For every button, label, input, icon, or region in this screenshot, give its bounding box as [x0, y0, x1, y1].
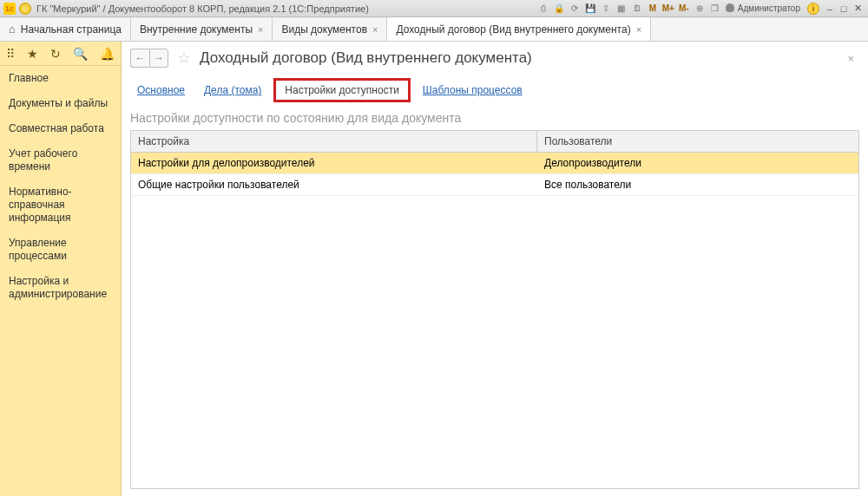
minimize-button[interactable]: –: [823, 3, 837, 14]
sidebar-toolbar: ⠿ ★ ↻ 🔍 🔔: [0, 42, 121, 66]
history-icon[interactable]: ↻: [50, 47, 61, 61]
cell-users: Все пользователи: [537, 174, 858, 195]
table-row[interactable]: Настройки для делопроизводителей Делопро…: [131, 153, 858, 174]
sidebar-item-reference[interactable]: Нормативно-справочная информация: [0, 179, 121, 231]
notifications-icon[interactable]: 🔔: [100, 47, 115, 61]
current-user-label[interactable]: Администратор: [726, 3, 800, 13]
sidebar-item-processes[interactable]: Управление процессами: [0, 231, 121, 269]
tab-close-icon[interactable]: ×: [636, 24, 641, 35]
tab-label: Доходный договор (Вид внутреннего докуме…: [396, 23, 630, 36]
tab-close-icon[interactable]: ×: [258, 24, 263, 35]
export-icon[interactable]: ⇪: [599, 3, 613, 15]
system-menu-icon[interactable]: [19, 3, 31, 15]
subtab-access-settings[interactable]: Настройки доступности: [273, 78, 410, 102]
maximize-button[interactable]: □: [837, 3, 851, 14]
cell-users: Делопроизводители: [537, 153, 858, 173]
table-header: Настройка Пользователи: [131, 131, 858, 153]
col-header-setting[interactable]: Настройка: [131, 131, 537, 152]
sidebar-item-documents[interactable]: Документы и файлы: [0, 91, 121, 116]
lock-icon[interactable]: 🔒: [552, 3, 566, 15]
table-row[interactable]: Общие настройки пользователей Все пользо…: [131, 174, 858, 196]
zoom-icon[interactable]: ⊕: [693, 3, 707, 15]
save-icon[interactable]: 💾: [583, 3, 597, 15]
col-header-users[interactable]: Пользователи: [537, 131, 858, 152]
calendar-icon[interactable]: 🗓: [630, 3, 644, 15]
sidebar-item-timesheet[interactable]: Учет рабочего времени: [0, 141, 121, 179]
settings-table: Настройка Пользователи Настройки для дел…: [130, 130, 859, 489]
main-content: ← → ☆ Доходный договор (Вид внутреннего …: [122, 42, 868, 496]
m-button[interactable]: M: [646, 3, 660, 15]
window-titlebar: 1c ГК "Меркурий" / Документооборот 8 КОР…: [0, 0, 868, 17]
section-title: Настройки доступности по состоянию для в…: [130, 111, 859, 125]
grid-icon[interactable]: ▦: [615, 3, 628, 15]
refresh-icon[interactable]: ⟳: [568, 3, 582, 15]
m-minus-button[interactable]: M-: [677, 3, 691, 15]
cell-setting: Настройки для делопроизводителей: [131, 153, 537, 173]
page-title: Доходный договор (Вид внутреннего докуме…: [200, 49, 532, 67]
page-header: ← → ☆ Доходный договор (Вид внутреннего …: [130, 49, 859, 68]
subtab-process-templates[interactable]: Шаблоны процессов: [416, 81, 529, 100]
table-body: Настройки для делопроизводителей Делопро…: [131, 153, 858, 488]
tab-close-icon[interactable]: ×: [372, 24, 378, 35]
sidebar-item-admin[interactable]: Настройка и администрирование: [0, 269, 121, 307]
tab-internal-documents[interactable]: Внутренние документы ×: [131, 17, 273, 41]
print-icon[interactable]: ⎙: [536, 3, 550, 15]
tab-label: Внутренние документы: [140, 23, 253, 36]
tab-label: Начальная страница: [21, 23, 122, 36]
app-logo-icon: 1c: [3, 3, 16, 15]
favorites-icon[interactable]: ★: [27, 47, 38, 61]
tab-start-page[interactable]: ⌂ Начальная страница: [0, 17, 131, 41]
back-button[interactable]: ←: [130, 49, 149, 68]
tab-document-types[interactable]: Виды документов ×: [273, 17, 387, 41]
window-title: ГК "Меркурий" / Документооборот 8 КОРП, …: [36, 3, 535, 14]
tab-label: Виды документов: [281, 23, 367, 36]
sidebar-item-main[interactable]: Главное: [0, 66, 121, 91]
search-icon[interactable]: 🔍: [73, 47, 88, 61]
forward-button[interactable]: →: [149, 49, 168, 68]
subtab-volumes[interactable]: Дела (тома): [197, 81, 268, 100]
info-icon[interactable]: i: [807, 3, 819, 15]
page-subtabs: Основное Дела (тома) Настройки доступнос…: [130, 78, 859, 102]
menu-icon[interactable]: ⠿: [6, 47, 15, 61]
document-tabs: ⌂ Начальная страница Внутренние документ…: [0, 17, 868, 42]
windows-icon[interactable]: ❐: [708, 3, 722, 15]
close-page-button[interactable]: ×: [842, 49, 859, 68]
sidebar-item-collab[interactable]: Совместная работа: [0, 116, 121, 141]
cell-setting: Общие настройки пользователей: [131, 174, 537, 195]
close-button[interactable]: ✕: [851, 3, 865, 14]
subtab-main[interactable]: Основное: [130, 81, 192, 100]
favorite-star-icon[interactable]: ☆: [177, 49, 191, 68]
tab-income-contract[interactable]: Доходный договор (Вид внутреннего докуме…: [387, 17, 651, 41]
sidebar: ⠿ ★ ↻ 🔍 🔔 Главное Документы и файлы Совм…: [0, 42, 122, 496]
home-icon: ⌂: [9, 23, 16, 36]
m-plus-button[interactable]: M+: [661, 3, 675, 15]
